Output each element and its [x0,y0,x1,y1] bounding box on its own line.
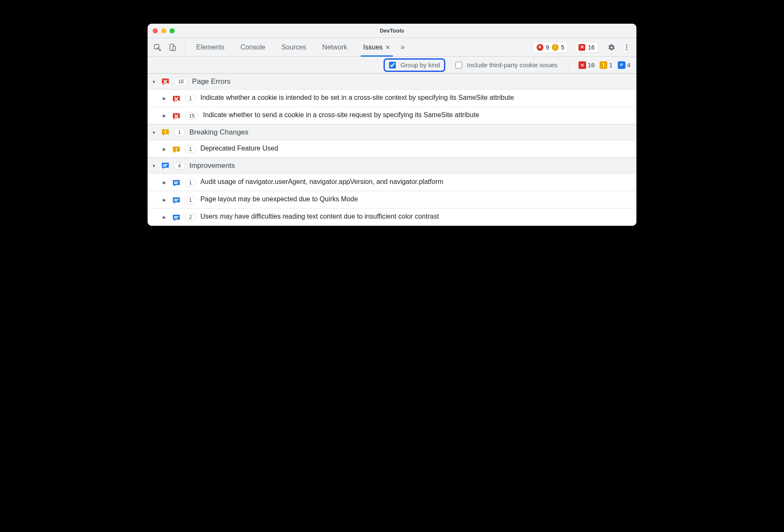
inspect-element-icon[interactable] [152,42,163,53]
tab-label: Console [241,38,266,57]
close-tab-icon[interactable]: ✕ [385,38,390,57]
third-party-input[interactable] [455,62,462,69]
error-count: 9 [546,44,549,51]
issues-count: 16 [588,44,595,51]
issue-title: Indicate whether to send a cookie in a c… [203,110,632,120]
error-speech-icon [161,77,170,86]
issue-title: Audit usage of navigator.userAgent, navi… [200,177,632,186]
issue-group-header[interactable]: ▼ 1 Breaking Changes [148,124,636,140]
svg-rect-9 [176,151,177,152]
tab-label: Network [322,38,347,57]
issue-row[interactable]: ▶ 1 Page layout may be unexpected due to… [148,191,636,208]
panel-tabbar: Elements Console Sources Network Issues … [148,38,636,57]
settings-icon[interactable] [606,42,617,53]
group-title: Page Errors [192,77,230,86]
separator [568,61,568,69]
issue-row[interactable]: ▶ 2 Users may have difficulties reading … [148,208,636,226]
issues-list: ▼ 16 Page Errors ▶ 1 Indicate whether a … [148,74,636,226]
tab-console[interactable]: Console [238,38,268,57]
group-by-kind-checkbox[interactable]: Group by kind [384,58,445,72]
group-count-badge: 1 [174,129,185,136]
warning-kind-count[interactable]: ! 1 [600,61,612,69]
group-count-badge: 4 [174,162,185,170]
warning-speech-icon [161,128,170,137]
issues-status-box[interactable]: ✕ 16 [575,42,598,53]
issue-count-badge: 1 [185,145,196,153]
group-count-badge: 16 [174,78,188,85]
svg-rect-8 [176,148,177,150]
info-kind-count[interactable]: 4 [618,61,630,69]
third-party-checkbox[interactable]: Include third-party cookie issues [454,60,557,70]
group-by-kind-label: Group by kind [400,61,440,69]
issue-count-badge: 1 [185,196,196,204]
info-speech-icon [172,179,181,187]
tab-issues[interactable]: Issues ✕ [361,38,393,57]
disclosure-triangle-icon[interactable]: ▶ [163,180,168,185]
devtools-window: DevTools Elements Console Sources Networ… [148,24,636,226]
issue-group-header[interactable]: ▼ 4 Improvements [148,158,636,174]
device-toolbar-icon[interactable] [167,42,178,53]
issue-group-header[interactable]: ▼ 16 Page Errors [148,74,636,90]
minimize-window-button[interactable] [161,28,166,33]
issues-icon: ✕ [578,44,585,51]
console-status-box[interactable]: ✕ 9 ! 5 [533,42,568,53]
zoom-window-button[interactable] [170,28,175,33]
issue-title: Indicate whether a cookie is intended to… [200,93,632,102]
issue-title: Users may have difficulties reading text… [200,212,632,221]
window-title: DevTools [380,27,404,34]
issue-kind-counts: 16 ! 1 4 [578,61,630,69]
separator [184,43,184,52]
group-title: Improvements [189,162,235,170]
issue-row[interactable]: ▶ 1 Indicate whether a cookie is intende… [148,90,636,107]
svg-point-5 [626,49,628,50]
traffic-lights [153,28,175,33]
issue-count-badge: 1 [185,95,196,102]
warning-speech-icon: ! [600,61,607,69]
tab-label: Issues [363,38,383,57]
issue-row[interactable]: ▶ 15 Indicate whether to send a cookie i… [148,107,636,124]
group-title: Breaking Changes [189,128,249,137]
issues-toolbar: Group by kind Include third-party cookie… [148,57,636,74]
disclosure-triangle-icon[interactable]: ▼ [152,80,157,84]
more-tabs-icon[interactable]: » [400,43,405,52]
issue-title: Deprecated Feature Used [200,144,632,153]
warning-speech-icon [172,145,181,154]
svg-rect-7 [165,134,166,134]
more-menu-icon[interactable] [621,42,632,53]
info-speech-icon [172,196,181,205]
error-kind-count[interactable]: 16 [578,61,595,69]
info-speech-icon [618,61,625,69]
tab-network[interactable]: Network [320,38,350,57]
tab-label: Sources [281,38,306,57]
disclosure-triangle-icon[interactable]: ▶ [163,113,168,118]
third-party-label: Include third-party cookie issues [467,61,557,69]
tab-label: Elements [196,38,225,57]
issue-row[interactable]: ▶ 1 Audit usage of navigator.userAgent, … [148,174,636,191]
issue-count-badge: 2 [185,214,196,221]
titlebar: DevTools [148,24,636,38]
issue-count-badge: 15 [185,112,199,120]
svg-point-4 [626,47,628,48]
disclosure-triangle-icon[interactable]: ▶ [163,215,168,219]
group-by-kind-input[interactable] [389,62,396,69]
disclosure-triangle-icon[interactable]: ▶ [163,96,168,101]
error-speech-icon [578,61,586,69]
info-speech-icon [172,214,181,222]
disclosure-triangle-icon[interactable]: ▼ [152,130,157,135]
svg-rect-6 [165,130,166,133]
svg-point-3 [626,44,628,46]
svg-rect-2 [173,46,175,51]
tab-elements[interactable]: Elements [194,38,227,57]
warning-count: 5 [561,44,565,51]
error-speech-icon [172,95,181,103]
close-window-button[interactable] [153,28,158,33]
error-icon: ✕ [537,44,543,51]
tab-sources[interactable]: Sources [279,38,309,57]
error-speech-icon [172,112,181,121]
issue-title: Page layout may be unexpected due to Qui… [200,195,632,204]
disclosure-triangle-icon[interactable]: ▶ [163,197,168,202]
disclosure-triangle-icon[interactable]: ▶ [163,147,168,151]
issue-row[interactable]: ▶ 1 Deprecated Feature Used [148,140,636,158]
disclosure-triangle-icon[interactable]: ▼ [152,164,157,168]
issue-count-badge: 1 [185,179,196,186]
